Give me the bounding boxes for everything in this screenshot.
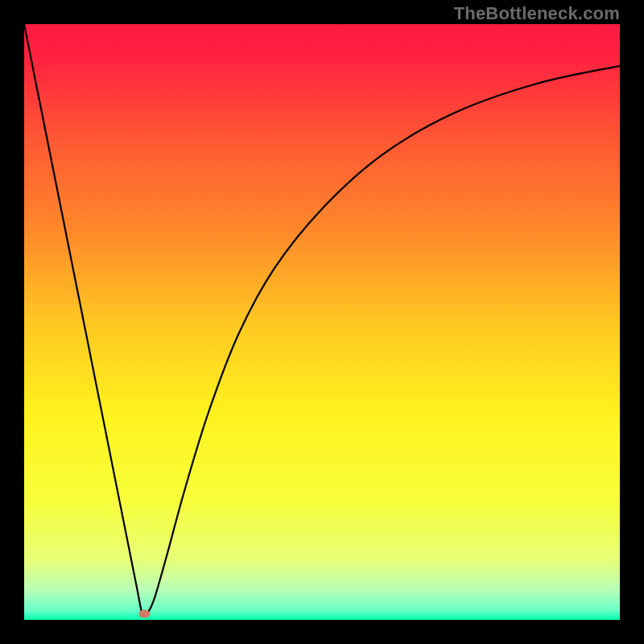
plot-area xyxy=(24,24,620,620)
optimal-point-marker xyxy=(138,610,150,618)
chart-frame: TheBottleneck.com xyxy=(0,0,644,644)
gradient-background xyxy=(24,24,620,620)
chart-svg xyxy=(24,24,620,620)
attribution-label: TheBottleneck.com xyxy=(454,3,620,24)
